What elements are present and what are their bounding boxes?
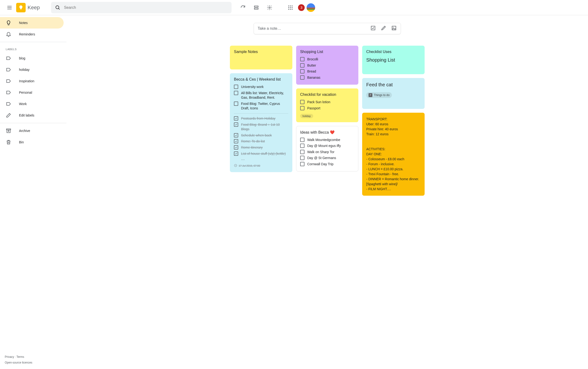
refresh-button[interactable] <box>237 2 249 13</box>
search-bar[interactable] <box>51 2 232 13</box>
note-more: … <box>234 157 288 161</box>
svg-rect-13 <box>6 129 11 130</box>
nav-notes[interactable]: Notes <box>0 17 64 29</box>
checkbox-icon[interactable] <box>300 150 304 154</box>
checklist-item[interactable]: All Bills list: Water, Electricity, Gas,… <box>234 90 288 101</box>
nav-label-text: Personal <box>19 91 32 94</box>
checklist-item[interactable]: University work <box>234 84 288 90</box>
take-note-input[interactable]: Take a note… <box>254 23 401 34</box>
checklist-item[interactable]: Schedule when back <box>234 133 288 139</box>
checklist-item[interactable]: Walk Mountedgcombe <box>300 137 354 143</box>
checklist-item[interactable]: Day @ St Germans <box>300 155 354 161</box>
account-avatar[interactable] <box>307 3 315 12</box>
nav-label-item[interactable]: Personal <box>0 87 64 98</box>
nav-label-item[interactable]: Work <box>0 98 64 110</box>
checkbox-icon[interactable] <box>234 145 238 150</box>
nav-archive[interactable]: Archive <box>0 125 64 136</box>
settings-button[interactable] <box>264 2 275 13</box>
note-title: Becca & Ces | Weekend list <box>234 77 288 82</box>
checkbox-icon[interactable] <box>300 144 304 148</box>
checklist-item[interactable]: Cornwall Day Trip <box>300 161 354 167</box>
new-image-icon[interactable] <box>391 25 397 32</box>
label-icon <box>6 78 11 84</box>
doc-link-chip[interactable]: Things to do <box>366 92 392 98</box>
checkbox-icon[interactable] <box>300 75 304 80</box>
checkbox-icon[interactable] <box>234 152 238 156</box>
svg-point-11 <box>290 9 291 10</box>
note-title: Checklist Uses <box>366 50 421 54</box>
checklist-item[interactable]: Postcards from Holiday <box>234 115 288 122</box>
note-label-chip[interactable]: holiday <box>300 114 313 118</box>
note-title: Ideas with Becca ❤️ <box>300 130 354 134</box>
google-apps-button[interactable] <box>285 2 296 13</box>
checkbox-icon[interactable] <box>300 106 304 110</box>
checklist-item[interactable]: Bananas <box>300 75 354 81</box>
note-card[interactable]: Becca & Ces | Weekend list University wo… <box>230 73 292 172</box>
header-actions: 3 <box>237 2 315 13</box>
refresh-icon <box>240 5 246 10</box>
checklist-item[interactable]: Rome itinerary <box>234 144 288 151</box>
notification-badge[interactable]: 3 <box>298 4 305 11</box>
checkbox-icon[interactable] <box>234 91 238 95</box>
main-menu-button[interactable] <box>4 2 15 13</box>
checklist-item-text: Bananas <box>307 75 354 80</box>
svg-point-4 <box>288 5 289 6</box>
checklist-item-text: Walk on Sharp Tor <box>307 150 354 154</box>
checkbox-icon[interactable] <box>300 162 304 166</box>
nav-edit-labels[interactable]: Edit labels <box>0 110 64 121</box>
checklist-item[interactable]: Pack Sun lotion <box>300 99 354 105</box>
new-list-icon[interactable] <box>370 25 376 32</box>
nav-label-item[interactable]: blog <box>0 52 64 64</box>
checkbox-icon[interactable] <box>234 133 238 137</box>
reminder-chip[interactable]: 17 Jul 2016, 07:00 <box>234 164 260 168</box>
app-logo[interactable]: Keep <box>16 3 40 12</box>
checklist-item-text: Rome itinerary <box>241 145 288 150</box>
checkbox-icon[interactable] <box>234 116 238 121</box>
checklist-item[interactable]: Food Blog: Brand + 1st 10 Blogs <box>234 122 288 133</box>
note-card[interactable]: Sample Notes <box>230 46 292 69</box>
checklist-item[interactable]: Walk on Sharp Tor <box>300 149 354 155</box>
checklist-item[interactable]: Butter <box>300 62 354 69</box>
notes-grid: Sample Notes Becca & Ces | Weekend list … <box>230 46 425 196</box>
checklist-item[interactable]: Bread <box>300 69 354 75</box>
nav-bin[interactable]: Bin <box>0 136 64 148</box>
new-drawing-icon[interactable] <box>381 25 386 32</box>
nav-label-item[interactable]: Inspiration <box>0 75 64 87</box>
checklist-item[interactable]: Rome: To do list <box>234 138 288 144</box>
note-card[interactable]: Shopping List BrocolliButterBreadBananas <box>296 46 359 85</box>
checklist-item[interactable]: Passport <box>300 105 354 112</box>
note-card[interactable]: Checklist for vacation Pack Sun lotionPa… <box>296 88 359 122</box>
note-card[interactable]: Ideas with Becca ❤️ Walk MountedgcombeDa… <box>296 126 359 171</box>
note-card[interactable]: TRANSPORT: Uber: 60 euros Private hire: … <box>362 113 425 196</box>
app-header: Keep 3 <box>0 0 588 15</box>
checkbox-icon[interactable] <box>300 63 304 68</box>
checklist-item[interactable]: Food Blog: Twitter, Cyprus Draft, Icons <box>234 101 288 112</box>
list-view-button[interactable] <box>251 2 262 13</box>
note-card[interactable]: Checklist Uses Shopping List <box>362 46 425 74</box>
nav-reminders[interactable]: Reminders <box>0 29 64 40</box>
checkbox-icon[interactable] <box>300 69 304 73</box>
checkbox-icon[interactable] <box>300 138 304 142</box>
checkbox-icon[interactable] <box>234 85 238 89</box>
svg-point-5 <box>290 5 291 6</box>
checkbox-icon[interactable] <box>300 156 304 160</box>
checkbox-icon[interactable] <box>234 123 238 127</box>
checklist-item-text: Cornwall Day Trip <box>307 162 354 167</box>
checkbox-icon[interactable] <box>300 57 304 61</box>
label-icon <box>6 101 11 107</box>
checklist-item[interactable]: Day @ Mount egus iffy <box>300 143 354 149</box>
clock-icon <box>234 164 237 168</box>
nav-label-item[interactable]: holiday <box>0 64 64 75</box>
checkbox-icon[interactable] <box>300 100 304 104</box>
svg-point-6 <box>292 5 293 6</box>
note-body: Shopping List <box>366 56 421 63</box>
checkbox-icon[interactable] <box>234 102 238 106</box>
checklist-item-text: University work <box>241 85 288 89</box>
search-input[interactable] <box>64 5 228 10</box>
labels-section-header: LABELS <box>0 44 67 52</box>
checklist-item[interactable]: List of house stuff (s/p) (kettle) <box>234 151 288 157</box>
checkbox-icon[interactable] <box>234 139 238 143</box>
note-card[interactable]: Feed the cat Things to do <box>362 78 425 109</box>
checklist-item[interactable]: Brocolli <box>300 56 354 62</box>
checklist-item-text: Rome: To do list <box>241 139 288 144</box>
